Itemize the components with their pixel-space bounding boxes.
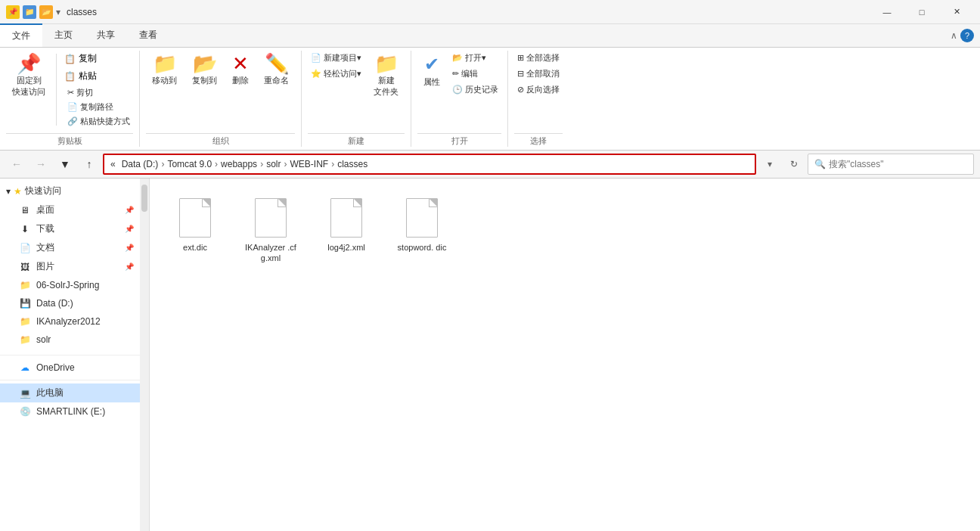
sidebar-item-solr[interactable]: 📁 solr <box>0 331 140 349</box>
crumb-5: WEB-INF <box>290 159 328 169</box>
sidebar-item-onedrive[interactable]: ☁ OneDrive <box>0 359 140 377</box>
refresh-button[interactable]: ↻ <box>783 154 805 175</box>
sidebar-scrollbar[interactable] <box>140 179 149 531</box>
title-bar-icons: 📌 📁 📂 ▾ <box>6 5 60 19</box>
pin-quick-label: 固定到快速访问 <box>12 75 45 98</box>
onedrive-label: OneDrive <box>36 362 75 373</box>
copy-to-label: 复制到 <box>192 75 217 86</box>
extdic-page <box>179 198 211 238</box>
main-content: ▾ ★ 快速访问 🖥 桌面 📌 ⬇ 下载 📌 📄 文档 📌 <box>0 179 980 531</box>
history-icon: 🕒 <box>452 85 463 95</box>
title-dropdown-icon[interactable]: ▾ <box>56 7 60 17</box>
rename-button[interactable]: ✏️ 重命名 <box>258 51 295 89</box>
edit-button[interactable]: ✏ 编辑 <box>449 67 501 81</box>
invert-select-button[interactable]: ⊘ 反向选择 <box>514 82 563 97</box>
close-button[interactable]: ✕ <box>939 0 974 24</box>
quick-access-star-icon: ★ <box>14 186 22 197</box>
pin-pictures-icon: 📌 <box>125 262 134 271</box>
history-button[interactable]: 🕒 历史记录 <box>449 82 501 97</box>
file-item-log4j2[interactable]: log4j2.xml <box>316 194 377 267</box>
select-all-button[interactable]: ⊞ 全部选择 <box>514 51 563 65</box>
file-item-extdic[interactable]: ext.dic <box>165 194 225 267</box>
new-folder-button[interactable]: 📁 新建文件夹 <box>368 51 405 101</box>
quick-access-header[interactable]: ▾ ★ 快速访问 <box>0 182 140 200</box>
move-to-button[interactable]: 📁 移动到 <box>146 51 183 89</box>
tab-home[interactable]: 主页 <box>42 24 85 47</box>
title-bar: 📌 📁 📂 ▾ classes — □ ✕ <box>0 0 980 24</box>
easy-access-button[interactable]: ⭐ 轻松访问▾ <box>308 67 364 81</box>
properties-button[interactable]: ✔ 属性 <box>417 51 446 91</box>
copy-button[interactable]: 📋 复制 <box>61 51 133 67</box>
tab-file[interactable]: 文件 <box>0 23 42 47</box>
pin-documents-icon: 📌 <box>125 244 134 252</box>
new-item-label: 新建项目▾ <box>324 52 361 64</box>
open-group: ✔ 属性 📂 打开▾ ✏ 编辑 🕒 历史记录 <box>411 51 508 147</box>
sidebar-item-thispc[interactable]: 💻 此电脑 <box>0 384 140 402</box>
recent-locations-button[interactable]: ▼ <box>54 154 76 175</box>
downloads-label: 下载 <box>36 222 54 235</box>
sidebar-item-downloads[interactable]: ⬇ 下载 📌 <box>0 219 140 238</box>
quick-access-arrow: ▾ <box>6 186 11 197</box>
pictures-icon: 🖼 <box>18 261 32 273</box>
sep-1: › <box>161 159 164 169</box>
tab-view[interactable]: 查看 <box>127 24 169 47</box>
new-item-button[interactable]: 📄 新建项目▾ <box>308 51 364 65</box>
open-button[interactable]: 📂 打开▾ <box>449 51 501 65</box>
crumb-2: Tomcat 9.0 <box>167 159 212 169</box>
easy-access-label: 轻松访问▾ <box>324 68 361 79</box>
forward-button[interactable]: → <box>30 154 51 175</box>
delete-button[interactable]: ✕ 删除 <box>226 51 255 89</box>
select-none-label: 全部取消 <box>526 68 560 79</box>
datad-label: Data (D:) <box>36 298 73 309</box>
quick-access-label: 快速访问 <box>25 185 61 197</box>
clipboard-group: 📌 固定到快速访问 📋 复制 📋 粘贴 ✂ <box>0 51 140 147</box>
sidebar-item-smartlink[interactable]: 💿 SMARTLINK (E:) <box>0 402 140 421</box>
copy-path-button[interactable]: 📄 复制路径 <box>64 100 133 114</box>
select-none-icon: ⊟ <box>517 69 524 79</box>
quick-access-section: ▾ ★ 快速访问 🖥 桌面 📌 ⬇ 下载 📌 📄 文档 📌 <box>0 179 140 352</box>
address-path[interactable]: « Data (D:) › Tomcat 9.0 › webapps › sol… <box>103 154 756 175</box>
copy-label: 复制 <box>79 52 97 65</box>
clipboard-items: 📌 固定到快速访问 📋 复制 📋 粘贴 ✂ <box>6 51 133 132</box>
select-none-button[interactable]: ⊟ 全部取消 <box>514 67 563 81</box>
sidebar-item-datad[interactable]: 💾 Data (D:) <box>0 294 140 312</box>
back-button[interactable]: ← <box>6 154 27 175</box>
ikanalyzer-folder-icon: 📁 <box>18 315 32 328</box>
address-dropdown-button[interactable]: ▾ <box>759 154 780 175</box>
sidebar-item-pictures[interactable]: 🖼 图片 📌 <box>0 257 140 276</box>
pin-quick-icon: 📌 <box>17 54 41 73</box>
paste-button[interactable]: 📋 粘贴 <box>61 68 133 84</box>
help-btn[interactable]: ? <box>960 29 974 42</box>
paste-shortcut-button[interactable]: 🔗 粘贴快捷方式 <box>64 114 133 129</box>
up-button[interactable]: ↑ <box>79 154 100 175</box>
file-item-ikanalyzer-cfg[interactable]: IKAnalyzer .cfg.xml <box>240 194 301 267</box>
crumb-1: Data (D:) <box>122 159 159 169</box>
sidebar-divider1 <box>0 355 140 356</box>
select-group: ⊞ 全部选择 ⊟ 全部取消 ⊘ 反向选择 选择 <box>508 51 569 147</box>
new-actions: 📄 新建项目▾ ⭐ 轻松访问▾ <box>308 51 364 81</box>
minimize-button[interactable]: — <box>870 0 904 24</box>
ribbon-tabs: 文件 主页 共享 查看 ∧ ? <box>0 24 980 48</box>
search-input[interactable] <box>829 159 950 169</box>
cut-button[interactable]: ✂ 剪切 <box>64 85 133 100</box>
sidebar-item-ikanalyzer[interactable]: 📁 IKAnalyzer2012 <box>0 312 140 331</box>
tab-share[interactable]: 共享 <box>85 24 127 47</box>
rename-icon: ✏️ <box>265 54 289 73</box>
sidebar-item-documents[interactable]: 📄 文档 📌 <box>0 238 140 257</box>
ribbon-collapse-btn[interactable]: ∧ <box>951 30 957 41</box>
pin-quick-button[interactable]: 📌 固定到快速访问 <box>6 51 51 101</box>
sidebar: ▾ ★ 快速访问 🖥 桌面 📌 ⬇ 下载 📌 📄 文档 📌 <box>0 179 150 531</box>
select-items: ⊞ 全部选择 ⊟ 全部取消 ⊘ 反向选择 <box>514 51 563 132</box>
copy-to-button[interactable]: 📂 复制到 <box>186 51 223 89</box>
pictures-label: 图片 <box>36 260 54 273</box>
maximize-button[interactable]: □ <box>904 0 939 24</box>
sidebar-item-desktop[interactable]: 🖥 桌面 📌 <box>0 200 140 219</box>
sidebar-item-solrj[interactable]: 📁 06-SolrJ-Spring <box>0 276 140 294</box>
new-group: 📄 新建项目▾ ⭐ 轻松访问▾ 📁 新建文件夹 新建 <box>302 51 411 147</box>
file-item-stopword[interactable]: stopword. dic <box>392 194 452 267</box>
ikanalyzer-label: IKAnalyzer2012 <box>36 316 101 327</box>
desktop-icon: 🖥 <box>18 204 32 216</box>
edit-icon: ✏ <box>452 69 459 79</box>
copy-path-icon: 📄 <box>67 102 78 112</box>
downloads-icon: ⬇ <box>18 223 32 235</box>
